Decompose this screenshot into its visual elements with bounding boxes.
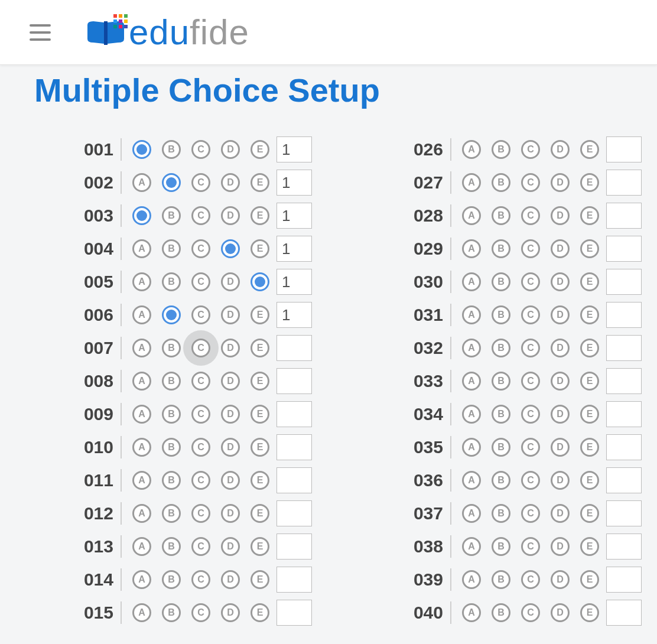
option-bubble-c[interactable]: C — [191, 339, 210, 357]
option-bubble-e[interactable]: E — [580, 173, 599, 192]
option-bubble-d[interactable]: D — [551, 206, 570, 225]
option-bubble-a[interactable]: A — [462, 504, 481, 523]
option-bubble-d[interactable]: D — [551, 570, 570, 589]
option-bubble-b[interactable]: B — [492, 305, 510, 324]
option-bubble-d[interactable]: D — [551, 438, 570, 457]
points-input[interactable] — [606, 434, 642, 460]
points-input[interactable] — [277, 302, 312, 328]
menu-icon[interactable] — [30, 24, 51, 41]
option-bubble-a[interactable]: A — [462, 438, 481, 457]
option-bubble-e[interactable]: E — [251, 537, 269, 556]
option-bubble-d[interactable]: D — [551, 504, 570, 523]
option-bubble-b[interactable]: B — [162, 570, 181, 589]
option-bubble-e[interactable]: E — [580, 438, 599, 457]
option-bubble-a[interactable]: A — [462, 372, 481, 391]
option-bubble-e[interactable]: E — [251, 173, 269, 192]
option-bubble-b[interactable]: B — [492, 537, 510, 556]
option-bubble-b[interactable]: B — [162, 272, 181, 291]
option-bubble-b[interactable]: B — [492, 603, 510, 622]
option-bubble-e[interactable]: E — [580, 504, 599, 523]
option-bubble-b[interactable]: B — [162, 471, 181, 490]
option-bubble-e[interactable]: E — [251, 140, 269, 159]
points-input[interactable] — [277, 368, 312, 394]
option-bubble-a[interactable]: A — [132, 305, 151, 324]
option-bubble-d[interactable]: D — [551, 603, 570, 622]
option-bubble-c[interactable]: C — [191, 206, 210, 225]
option-bubble-d[interactable]: D — [551, 305, 570, 324]
option-bubble-a[interactable]: A — [132, 603, 151, 622]
option-bubble-c[interactable]: C — [521, 603, 540, 622]
option-bubble-b[interactable]: B — [162, 140, 181, 159]
option-bubble-b[interactable]: B — [162, 173, 181, 192]
option-bubble-d[interactable]: D — [551, 405, 570, 424]
option-bubble-d[interactable]: D — [221, 405, 240, 424]
option-bubble-d[interactable]: D — [551, 537, 570, 556]
option-bubble-c[interactable]: C — [521, 173, 540, 192]
points-input[interactable] — [277, 335, 312, 361]
option-bubble-e[interactable]: E — [251, 570, 269, 589]
option-bubble-c[interactable]: C — [191, 405, 210, 424]
option-bubble-e[interactable]: E — [251, 372, 269, 391]
points-input[interactable] — [606, 170, 642, 196]
option-bubble-d[interactable]: D — [221, 537, 240, 556]
option-bubble-d[interactable]: D — [221, 173, 240, 192]
option-bubble-e[interactable]: E — [251, 206, 269, 225]
option-bubble-a[interactable]: A — [132, 504, 151, 523]
option-bubble-c[interactable]: C — [521, 372, 540, 391]
option-bubble-b[interactable]: B — [492, 372, 510, 391]
option-bubble-a[interactable]: A — [132, 206, 151, 225]
option-bubble-d[interactable]: D — [551, 140, 570, 159]
option-bubble-c[interactable]: C — [521, 504, 540, 523]
option-bubble-d[interactable]: D — [221, 438, 240, 457]
option-bubble-e[interactable]: E — [580, 537, 599, 556]
option-bubble-c[interactable]: C — [191, 305, 210, 324]
points-input[interactable] — [606, 368, 642, 394]
option-bubble-c[interactable]: C — [521, 537, 540, 556]
points-input[interactable] — [606, 401, 642, 427]
option-bubble-e[interactable]: E — [580, 206, 599, 225]
option-bubble-e[interactable]: E — [251, 305, 269, 324]
points-input[interactable] — [277, 434, 312, 460]
option-bubble-b[interactable]: B — [162, 405, 181, 424]
option-bubble-c[interactable]: C — [191, 173, 210, 192]
option-bubble-d[interactable]: D — [221, 504, 240, 523]
option-bubble-d[interactable]: D — [551, 339, 570, 357]
option-bubble-e[interactable]: E — [580, 272, 599, 291]
option-bubble-b[interactable]: B — [492, 140, 510, 159]
option-bubble-a[interactable]: A — [462, 405, 481, 424]
option-bubble-c[interactable]: C — [191, 372, 210, 391]
option-bubble-a[interactable]: A — [462, 471, 481, 490]
option-bubble-a[interactable]: A — [462, 173, 481, 192]
option-bubble-d[interactable]: D — [551, 372, 570, 391]
option-bubble-b[interactable]: B — [162, 537, 181, 556]
option-bubble-c[interactable]: C — [191, 570, 210, 589]
option-bubble-c[interactable]: C — [191, 140, 210, 159]
option-bubble-e[interactable]: E — [251, 405, 269, 424]
option-bubble-a[interactable]: A — [132, 471, 151, 490]
points-input[interactable] — [277, 401, 312, 427]
option-bubble-e[interactable]: E — [580, 140, 599, 159]
option-bubble-a[interactable]: A — [132, 438, 151, 457]
option-bubble-e[interactable]: E — [251, 504, 269, 523]
option-bubble-b[interactable]: B — [492, 239, 510, 258]
option-bubble-e[interactable]: E — [580, 305, 599, 324]
option-bubble-b[interactable]: B — [492, 206, 510, 225]
option-bubble-e[interactable]: E — [580, 471, 599, 490]
option-bubble-a[interactable]: A — [132, 272, 151, 291]
option-bubble-c[interactable]: C — [521, 339, 540, 357]
option-bubble-a[interactable]: A — [462, 140, 481, 159]
points-input[interactable] — [277, 500, 312, 526]
option-bubble-e[interactable]: E — [580, 603, 599, 622]
points-input[interactable] — [277, 136, 312, 162]
option-bubble-c[interactable]: C — [521, 570, 540, 589]
option-bubble-a[interactable]: A — [462, 239, 481, 258]
option-bubble-b[interactable]: B — [492, 339, 510, 357]
points-input[interactable] — [277, 467, 312, 493]
option-bubble-c[interactable]: C — [521, 471, 540, 490]
option-bubble-a[interactable]: A — [132, 140, 151, 159]
option-bubble-d[interactable]: D — [551, 173, 570, 192]
brand-logo[interactable]: edufide — [86, 12, 249, 53]
option-bubble-c[interactable]: C — [191, 537, 210, 556]
option-bubble-d[interactable]: D — [221, 570, 240, 589]
option-bubble-e[interactable]: E — [580, 372, 599, 391]
